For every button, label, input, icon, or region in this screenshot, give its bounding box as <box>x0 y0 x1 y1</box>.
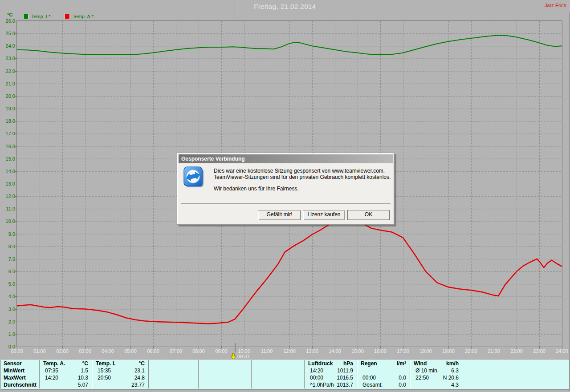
x-axis-label: 23:00 <box>530 348 548 354</box>
y-axis-tick <box>15 121 17 121</box>
y-axis-label: 2.0 <box>0 319 15 324</box>
x-axis-tick <box>403 347 403 348</box>
y-axis-label: 16.0 <box>0 144 15 149</box>
x-axis-tick <box>471 347 472 348</box>
table-row <box>252 374 304 381</box>
y-axis-label: 4.0 <box>0 294 15 299</box>
buy-license-button[interactable]: Lizenz kaufen <box>303 210 345 220</box>
y-axis-label: 12.0 <box>0 194 15 199</box>
x-axis-tick <box>562 347 562 348</box>
table-row <box>149 381 198 388</box>
x-axis-tick <box>380 347 381 348</box>
y-axis-label: 15.0 <box>0 156 15 162</box>
y-axis-label: 11.0 <box>0 206 15 211</box>
y-axis-label: 6.0 <box>0 269 15 274</box>
table-row <box>149 367 198 374</box>
x-axis-label: 02:00 <box>53 348 71 354</box>
x-axis-label: 08:00 <box>190 348 208 354</box>
x-axis-label: 05:00 <box>122 348 139 354</box>
table-row-label: MaxWert <box>1 374 39 381</box>
x-axis-tick <box>108 347 108 348</box>
y-axis-tick <box>15 109 17 109</box>
y-axis-label: 3.0 <box>0 307 15 312</box>
y-axis-label: 14.0 <box>0 169 15 174</box>
y-axis-label: 21.0 <box>0 81 15 86</box>
x-axis-tick <box>153 347 154 348</box>
column-header: Windkm/h <box>410 360 462 367</box>
x-axis-tick <box>62 347 63 348</box>
y-axis-tick <box>15 133 17 134</box>
table-column-luftdruck: LuftdruckhPa14:201011.900:001016.5^1.0hP… <box>304 360 357 388</box>
x-axis-tick <box>539 347 540 348</box>
column-header: Temp. A.°C <box>40 360 92 367</box>
y-axis-label: 24.0 <box>0 43 15 48</box>
table-column-temp-i-: Temp. I.°C15:3523.120:5024.823.77 <box>92 360 148 388</box>
table-row <box>252 367 304 374</box>
x-axis-tick <box>221 347 222 348</box>
x-axis-tick <box>199 347 199 348</box>
x-axis-label: 12:00 <box>281 348 298 354</box>
table-row: 00:001016.5 <box>305 374 357 381</box>
y-axis-label: 22.0 <box>0 69 15 74</box>
table-row <box>199 381 251 388</box>
y-axis-label: 26.0 <box>0 18 15 24</box>
x-axis-label: 11:00 <box>258 348 276 354</box>
y-axis-tick <box>15 221 17 222</box>
table-row <box>199 367 251 374</box>
x-axis-label: 00:00 <box>8 348 26 354</box>
y-axis-label: 1.0 <box>0 331 15 337</box>
y-axis-tick <box>15 58 17 59</box>
y-axis-tick <box>15 84 17 84</box>
x-axis-tick <box>335 347 335 348</box>
x-axis-label: 01:00 <box>31 348 49 354</box>
dialog-message-line: TeamViewer-Sitzungen sind für den privat… <box>214 174 391 180</box>
legend-item-temp-outer: Temp. A.* <box>65 14 94 19</box>
x-axis-tick <box>494 347 494 348</box>
y-axis-label: 13.0 <box>0 181 15 186</box>
column-header <box>252 360 304 367</box>
table-row: 07:351.5 <box>40 367 92 374</box>
x-axis-label: 22:00 <box>508 348 525 354</box>
table-column-empty <box>148 360 198 388</box>
x-axis-label: 21:00 <box>485 348 503 354</box>
y-axis-tick <box>15 259 17 259</box>
table-row <box>252 381 304 388</box>
table-column-empty <box>198 360 251 388</box>
x-axis-tick <box>517 347 517 348</box>
table-row-labels: SensorMinWertMaxWertDurchschnitt <box>1 360 39 388</box>
y-axis-label: 8.0 <box>0 244 15 249</box>
y-axis-tick <box>15 284 17 284</box>
column-header: LuftdruckhPa <box>305 360 357 367</box>
time-cursor-tick[interactable] <box>235 343 236 352</box>
y-axis-label: 20.0 <box>0 93 15 99</box>
column-header: Temp. I.°C <box>92 360 148 367</box>
y-axis-tick <box>15 296 17 297</box>
dialog-separator <box>181 203 391 204</box>
x-axis-tick <box>448 347 449 348</box>
time-cursor-needle <box>235 0 235 20</box>
y-axis-tick <box>15 271 17 272</box>
x-axis-label: 13:00 <box>303 348 321 354</box>
table-row: 23.77 <box>92 381 148 388</box>
x-axis-tick <box>426 347 426 348</box>
time-marker-label: 09:37 <box>237 354 250 359</box>
x-axis-tick <box>289 347 290 348</box>
x-axis-label: 17:00 <box>394 348 412 354</box>
table-row <box>199 374 251 381</box>
ok-button[interactable]: OK <box>347 210 390 220</box>
table-column-temp-a-: Temp. A.°C07:351.514:2010.35.07 <box>39 360 92 388</box>
temp-inner-swatch-icon <box>23 14 28 19</box>
y-axis-tick <box>15 247 17 247</box>
like-button[interactable]: Gefällt mir! <box>258 210 301 220</box>
y-axis-tick <box>15 184 17 184</box>
table-row: Gesamt:0.0 <box>357 381 410 388</box>
legend-label: Temp. A.* <box>73 14 94 19</box>
dialog-message-line: Wir bedanken uns für Ihre Fairness. <box>214 186 299 192</box>
table-row-label: Durchschnitt <box>1 381 39 388</box>
dialog-title-bar[interactable]: Gesponserte Verbindung <box>179 154 393 163</box>
x-axis-tick <box>267 347 267 348</box>
column-header <box>199 360 251 367</box>
table-column-empty <box>251 360 304 388</box>
y-axis-label: 19.0 <box>0 106 15 111</box>
y-axis-tick <box>15 71 17 72</box>
